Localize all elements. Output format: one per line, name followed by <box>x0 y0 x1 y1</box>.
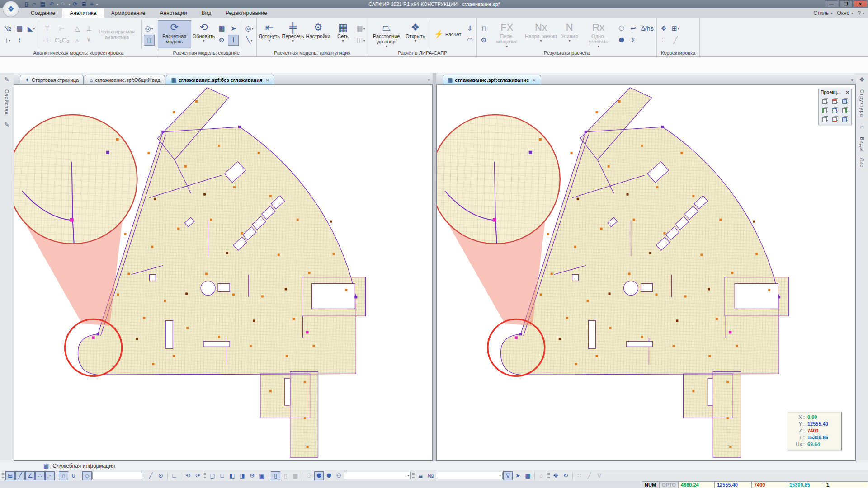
menu-tab-Аннотации[interactable]: Аннотации <box>152 8 194 18</box>
document-tab[interactable]: ▦сглаживание.spf:сглаживание✕ <box>443 75 541 84</box>
support-truss-button[interactable]: △ <box>72 23 83 34</box>
view-rendered-button[interactable]: ◨ <box>237 471 247 480</box>
edit-properties2-icon[interactable]: ✎ <box>4 121 9 128</box>
toolbar-combobox[interactable]: ▾ <box>436 472 503 479</box>
net-button[interactable]: ▦Сеть▾ <box>332 20 354 48</box>
export-scheme-button[interactable]: ⇩ <box>464 23 475 34</box>
minimize-button[interactable]: — <box>825 0 838 7</box>
blank-b-button[interactable] <box>642 35 653 46</box>
span-mesh-button[interactable]: ◫▾ <box>355 35 367 46</box>
triangulation-settings-button[interactable]: ⚙Настройки <box>306 20 331 48</box>
right-tab-list-dropdown[interactable]: ▾ <box>851 78 853 82</box>
sheets-tab[interactable]: Лис <box>859 158 865 168</box>
views-icon[interactable]: ≡ <box>860 123 863 131</box>
single-node-button[interactable]: RxОдно- узловые▾ <box>582 20 615 48</box>
pane-divider[interactable] <box>433 73 436 461</box>
draw-line-button[interactable]: ╱ <box>146 471 156 480</box>
filter-table-button[interactable]: ▦ <box>523 471 533 480</box>
proj-left-icon[interactable] <box>822 107 828 113</box>
new-file-button[interactable]: ▯ <box>24 0 29 8</box>
select-split-button[interactable]: ➤ <box>228 23 239 34</box>
mesh-rebuild-button[interactable]: ▦ <box>216 23 227 34</box>
document-tab[interactable]: ▦сглаживание.spf:без сглаживания✕ <box>166 75 274 84</box>
snap-grid-button[interactable]: ⊞ <box>5 471 15 480</box>
snap-line-button[interactable]: ╱ <box>15 471 25 480</box>
lamp-selected-button[interactable]: ⚈ <box>314 471 324 480</box>
ortho-corner-button[interactable]: ∟ <box>170 471 179 480</box>
rotate-tool-button[interactable]: ↻ <box>561 471 571 480</box>
move-node-button[interactable]: ✥ <box>658 23 669 34</box>
extend-button[interactable]: ⇤Дотянуть▾ <box>258 20 281 48</box>
line-tool2-button[interactable]: ∇ <box>594 471 604 480</box>
open-in-lira-button[interactable]: ❖Открыть▾ <box>404 20 427 48</box>
support-column-button[interactable]: ⊥ <box>42 35 52 46</box>
point-mode-button[interactable]: ◎▾ <box>244 23 255 34</box>
right-viewport[interactable]: Проекц... ✕ X :0.00Y :12555.40Z :7400L :… <box>436 85 856 461</box>
displacements-button[interactable]: FXПере- мещения▾ <box>490 20 524 48</box>
bridge-scheme-button[interactable]: ◠ <box>464 35 475 46</box>
c1c2-button[interactable]: C₁C₂ <box>53 35 71 46</box>
view-wireframe-button[interactable]: ▢ <box>208 471 217 480</box>
editable-analytics-button[interactable]: Редактируемая аналитика <box>95 28 139 41</box>
proj-perspective-icon[interactable] <box>822 116 828 122</box>
undo-button-dropdown[interactable]: ▾ <box>57 2 58 6</box>
analytic-green-button[interactable]: ▯ <box>281 471 290 480</box>
close-button[interactable]: x <box>854 0 867 7</box>
column-marker-button[interactable]: ▯ <box>144 35 155 46</box>
tab-close-icon[interactable]: ✕ <box>531 78 536 83</box>
proj-right-icon[interactable] <box>842 107 848 113</box>
views-tab[interactable]: Виды <box>859 137 865 151</box>
open-file-button[interactable]: ▱ <box>31 0 38 8</box>
proj-front-icon[interactable] <box>842 98 848 104</box>
proj-top-icon[interactable] <box>832 98 838 104</box>
toolbar-grip[interactable] <box>2 472 4 480</box>
center-point-button[interactable]: ⊙ <box>156 471 165 480</box>
support-slide-button[interactable]: ⊢ <box>57 23 67 34</box>
properties-tab[interactable]: Свойства <box>4 89 9 115</box>
qat-more-button-dropdown[interactable]: ▾ <box>96 2 98 6</box>
split-line-button[interactable]: ╱ <box>670 35 681 46</box>
snap-midpoint-button[interactable]: ⋰ <box>45 471 55 480</box>
view-selection-button[interactable]: ▣ <box>257 471 267 480</box>
structure-tab[interactable]: Структура <box>859 89 865 117</box>
filter-pointer-button[interactable]: ➤ <box>513 471 523 480</box>
help-menu[interactable]: ?▾ <box>858 10 864 16</box>
scale-gear-button[interactable]: ⚙ <box>478 35 489 46</box>
support-fixed2-button[interactable]: ⊻ <box>84 35 94 46</box>
magnet-off-button[interactable]: ∪ <box>69 471 78 480</box>
undo-button[interactable]: ↶ <box>48 0 55 8</box>
snap-node-button[interactable]: ∴ <box>35 471 45 480</box>
beam-section-button[interactable]: Ⅰ <box>228 35 239 46</box>
rotate-x-button[interactable]: ⟲ <box>183 471 193 480</box>
view-hidden-button[interactable]: □ <box>217 471 227 480</box>
tab-close-icon[interactable]: ✕ <box>264 78 269 83</box>
toolbar-input[interactable] <box>92 472 142 479</box>
load-down-button[interactable]: ↓▾ <box>2 35 13 46</box>
line-mode-button[interactable]: ╲▾ <box>244 35 255 46</box>
support-truss2-button[interactable]: ▵ <box>72 35 83 46</box>
restore-button[interactable]: ❐ <box>839 0 853 7</box>
app-logo-icon[interactable]: ❖ <box>3 1 19 17</box>
apply-home-button[interactable]: ⌂ <box>537 471 546 480</box>
edit-properties-icon[interactable]: ✎ <box>4 76 9 83</box>
menu-tab-Вид[interactable]: Вид <box>194 8 218 18</box>
filter-funnel-button[interactable]: ∇ <box>503 471 513 480</box>
slab-mesh-button[interactable]: ▦▾ <box>355 23 367 34</box>
toolbar-grip[interactable] <box>412 472 415 480</box>
target-point-button[interactable]: ◎▾ <box>144 23 155 34</box>
move-tool-button[interactable]: ✥ <box>551 471 561 480</box>
style-menu[interactable]: Стиль▾ <box>813 10 832 16</box>
measure-button[interactable]: ⊟ <box>80 0 87 8</box>
proj-isometric-icon[interactable] <box>822 98 828 104</box>
blank-a-button[interactable] <box>26 35 37 46</box>
redo-button-dropdown[interactable]: ▾ <box>68 2 70 6</box>
structure-icon[interactable]: ❖ <box>859 76 865 83</box>
back-arrow-button[interactable]: ↩ <box>628 23 639 34</box>
forces-button[interactable]: NУсилия▾ <box>558 20 581 48</box>
intersect-button[interactable]: ╪Пересечь▾ <box>282 20 305 48</box>
menu-tab-Армирование[interactable]: Армирование <box>104 8 153 18</box>
sum-results-button[interactable]: Σ <box>628 35 639 46</box>
qat-more-button[interactable]: ≡ <box>89 0 94 8</box>
lamp-object-button[interactable]: ⚇ <box>334 471 344 480</box>
proj-section-icon[interactable] <box>832 107 838 113</box>
